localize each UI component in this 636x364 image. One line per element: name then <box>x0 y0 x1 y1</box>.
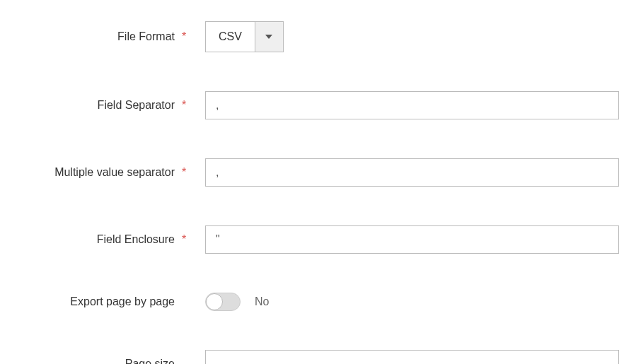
export-page-by-page-row: Export page by page * No <box>14 293 622 311</box>
file-format-select[interactable]: CSV <box>205 21 284 52</box>
multiple-value-separator-input[interactable] <box>205 158 619 187</box>
file-format-dropdown-button[interactable] <box>255 22 283 52</box>
multiple-value-separator-label-col: Multiple value separator * <box>14 166 195 179</box>
required-asterisk: * <box>182 233 189 246</box>
page-size-row: Page size * <box>14 350 622 364</box>
file-format-value: CSV <box>206 22 255 52</box>
export-page-by-page-state: No <box>255 295 269 308</box>
field-separator-row: Field Separator * <box>14 91 622 119</box>
file-format-row: File Format * CSV <box>14 21 622 52</box>
required-asterisk: * <box>182 99 189 112</box>
page-size-label: Page size <box>125 358 175 364</box>
field-enclosure-input[interactable] <box>205 225 619 254</box>
multiple-value-separator-row: Multiple value separator * <box>14 158 622 187</box>
required-asterisk: * <box>182 166 189 179</box>
page-size-input[interactable] <box>205 350 619 364</box>
field-separator-label: Field Separator <box>98 99 175 112</box>
page-size-control <box>195 350 622 364</box>
export-page-by-page-label: Export page by page <box>70 295 175 308</box>
field-enclosure-control <box>195 225 622 254</box>
field-separator-control <box>195 91 622 119</box>
export-page-by-page-toggle[interactable] <box>205 293 241 311</box>
page-size-label-col: Page size * <box>14 358 195 364</box>
export-page-by-page-label-col: Export page by page * <box>14 295 195 308</box>
export-page-by-page-control: No <box>195 293 622 311</box>
caret-down-icon <box>265 35 272 39</box>
field-separator-input[interactable] <box>205 91 619 119</box>
field-enclosure-label-col: Field Enclosure * <box>14 233 195 246</box>
field-enclosure-label: Field Enclosure <box>97 233 175 246</box>
field-enclosure-row: Field Enclosure * <box>14 225 622 254</box>
file-format-label: File Format <box>117 30 175 43</box>
field-separator-label-col: Field Separator * <box>14 99 195 112</box>
multiple-value-separator-label: Multiple value separator <box>54 166 175 179</box>
required-asterisk: * <box>182 30 189 43</box>
toggle-knob <box>206 293 223 310</box>
file-format-control: CSV <box>195 21 622 52</box>
file-format-label-col: File Format * <box>14 30 195 43</box>
multiple-value-separator-control <box>195 158 622 187</box>
